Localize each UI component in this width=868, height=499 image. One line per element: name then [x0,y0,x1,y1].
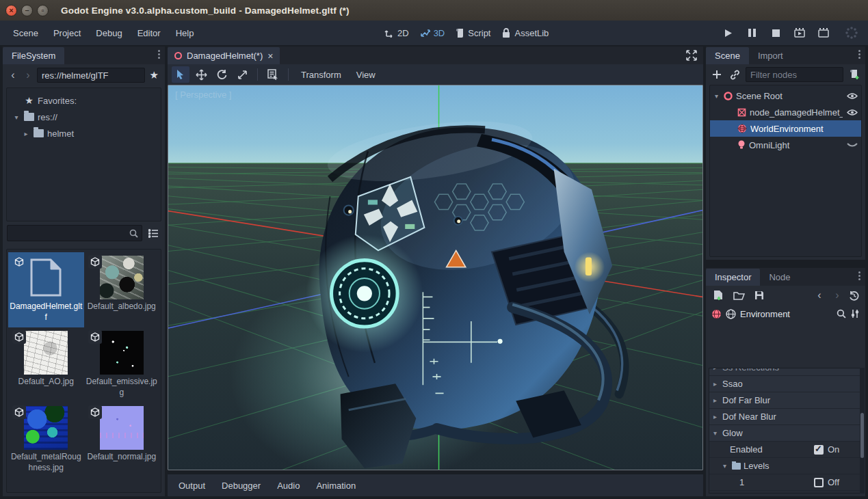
tab-scene[interactable]: Scene [706,47,749,64]
folder-icon [24,113,34,121]
scene-tab-label: DamagedHelmet(*) [187,51,263,61]
move-mode-button[interactable] [192,66,210,83]
fs-tree-res-root[interactable]: ▾ res:// [10,109,158,125]
fs-back-button[interactable]: ‹ [7,69,19,81]
workspace-2d[interactable]: 2D [384,28,409,38]
load-resource-button[interactable] [732,288,746,302]
rotate-mode-button[interactable] [213,66,231,83]
animation-panel-button[interactable]: Animation [309,478,363,494]
inspector-menu-dots-icon[interactable] [858,271,860,280]
property-search-icon[interactable] [837,309,846,319]
file-tile-default-emissive[interactable]: Default_emissive.jpg [84,327,160,403]
fs-tree-favorites[interactable]: ★ Favorites: [10,92,158,109]
history-forward-button[interactable]: › [831,289,843,301]
fs-favorite-toggle-star-icon[interactable]: ★ [148,69,161,81]
expand-arrow-icon[interactable]: ▸ [22,130,30,137]
node-name: node_damagedHelmet_- [750,107,843,118]
fs-view-toggle-list-icon[interactable] [146,226,161,240]
inspector-scrollbar[interactable] [860,368,865,494]
distraction-free-expand-icon[interactable] [685,49,698,62]
history-back-button[interactable]: ‹ [813,289,826,301]
section-dof-near-blur[interactable]: ▸Dof Near Blur [709,409,862,425]
file-tile-default-albedo[interactable]: Default_albedo.jpg [84,252,160,327]
play-button[interactable] [720,25,735,40]
tree-node-damagedhelmet[interactable]: node_damagedHelmet_- [710,104,861,120]
fs-tree-helmet[interactable]: ▸ helmet [10,125,158,141]
rotate-icon [216,69,227,80]
tree-node-scene-root[interactable]: ▾ Scene Root [710,87,861,104]
list-select-button[interactable] [264,66,282,83]
tab-inspector[interactable]: Inspector [706,269,760,286]
menu-help[interactable]: Help [168,21,202,45]
scene-tree: ▾ Scene Root node_damagedHelmet_- WorldE… [709,85,862,257]
attach-script-button[interactable] [847,68,861,81]
filesystem-menu-dots-icon[interactable] [158,50,160,59]
perspective-label[interactable]: [ Perspective ] [175,90,231,100]
section-glow[interactable]: ▾Glow [709,425,862,442]
fs-tree-label: res:// [38,112,57,122]
workspace-assetlib[interactable]: AssetLib [501,28,549,38]
menu-scene[interactable]: Scene [5,21,46,45]
save-resource-button[interactable] [752,288,766,302]
transform-menu[interactable]: Transform [295,70,347,80]
object-history-icon[interactable] [849,291,860,301]
tab-node[interactable]: Node [760,269,799,286]
select-mode-button[interactable] [172,66,189,83]
scene-tab-close-icon[interactable]: × [267,51,273,62]
view-menu[interactable]: View [350,70,382,80]
property-tools-icon[interactable] [850,309,860,319]
pause-button[interactable] [744,25,759,40]
menu-editor[interactable]: Editor [130,21,168,45]
section-ss-reflections[interactable]: ▸Ss Reflections [709,368,862,376]
scale-mode-button[interactable] [233,66,251,83]
fs-file-grid: DamagedHelmet.gltf Default_albedo.jpg De… [6,249,161,493]
filter-nodes-input[interactable] [746,67,843,82]
add-node-button[interactable] [710,68,724,81]
visibility-eye-closed-icon[interactable] [846,142,858,148]
tab-filesystem[interactable]: FileSystem [3,47,64,64]
section-ssao[interactable]: ▸Ssao [709,376,862,392]
debugger-panel-button[interactable]: Debugger [215,478,267,494]
fs-forward-button[interactable]: › [22,69,34,81]
main-editor-area: DamagedHelmet(*) × Transform View [168,46,703,496]
workspace-script[interactable]: Script [456,28,490,38]
2d-icon [384,28,394,38]
tab-import[interactable]: Import [749,47,792,64]
tree-node-omnilight[interactable]: OmniLight [710,137,861,153]
fs-search-input[interactable] [7,225,142,241]
fs-path-input[interactable] [37,68,145,83]
menu-project[interactable]: Project [46,21,88,45]
file-tile-default-normal[interactable]: Default_normal.jpg [84,403,160,478]
workspace-3d[interactable]: 3D [420,28,445,38]
scene-tab-damagedhelmet[interactable]: DamagedHelmet(*) × [168,47,280,64]
window-close-button[interactable]: × [5,5,17,16]
level-1-checkbox[interactable] [814,478,824,487]
new-resource-button[interactable] [711,288,725,302]
visibility-eye-icon[interactable] [846,109,858,116]
output-panel-button[interactable]: Output [172,478,212,494]
collapse-arrow-icon[interactable]: ▾ [12,113,21,121]
audio-panel-button[interactable]: Audio [270,478,306,494]
list-select-icon [267,69,278,80]
section-dof-far-blur[interactable]: ▸Dof Far Blur [709,392,862,409]
file-tile-damagedhelmet-gltf[interactable]: DamagedHelmet.gltf [8,252,84,327]
file-tile-default-metalroughness[interactable]: Default_metalRoughness.jpg [8,403,84,478]
scrollbar-thumb[interactable] [860,413,864,458]
scene-menu-dots-icon[interactable] [858,50,860,59]
stop-button[interactable] [768,25,783,40]
glow-enabled-checkbox[interactable] [814,445,824,455]
3d-viewport[interactable]: [ Perspective ] [168,85,703,470]
tree-node-worldenvironment[interactable]: WorldEnvironment [710,120,861,137]
play-custom-scene-button[interactable] [816,25,831,40]
file-tile-default-ao[interactable]: Default_AO.jpg [8,327,84,403]
play-scene-button[interactable] [792,25,807,40]
window-minimize-button[interactable]: – [21,5,33,16]
visibility-eye-icon[interactable] [846,92,858,100]
collapse-arrow-icon[interactable]: ▾ [713,92,720,100]
inspector-object-name: Environment [740,309,832,319]
menu-debug[interactable]: Debug [88,21,129,45]
window-maximize-button[interactable]: ▫ [37,5,49,16]
instance-scene-button[interactable] [728,68,741,81]
property-glow-levels-group[interactable]: ▾ Levels [709,458,862,474]
save-floppy-icon [754,291,764,300]
